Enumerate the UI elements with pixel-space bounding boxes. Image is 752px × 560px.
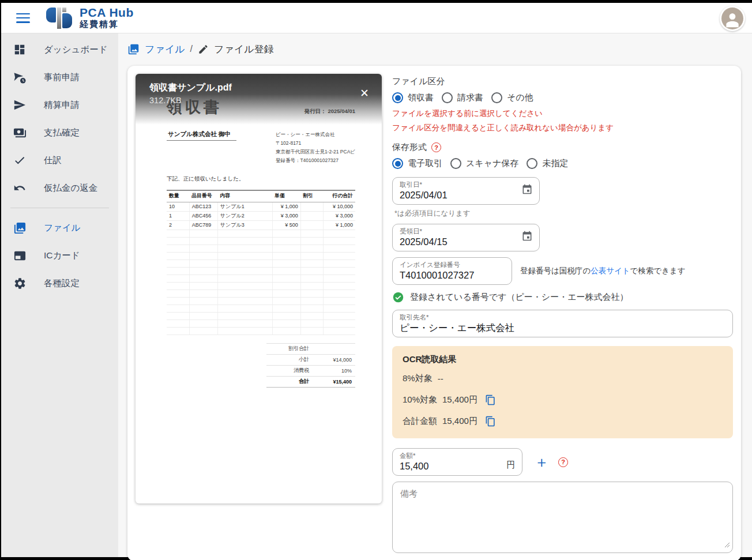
receipt-totals: 割引合計小計¥14,000消費税10%合計¥15,400 [266, 343, 355, 388]
sidebar-item-refund[interactable]: 仮払金の返金 [1, 174, 118, 202]
copy-icon[interactable] [485, 416, 496, 427]
app-title: PCA Hub [80, 6, 134, 19]
preview-filesize: 312.7KB [149, 96, 182, 105]
receipt-note: 下記、正に領収いたしました。 [167, 175, 355, 183]
warning-text-2: ファイル区分を間違えると正しく読み取れない場合があります [392, 122, 733, 134]
radio-unselected-icon [491, 92, 502, 103]
file-type-label: ファイル区分 [392, 76, 733, 87]
preview-filename: 領収書サンプル.pdf [149, 82, 232, 94]
ocr-line-8pct: 8%対象-- [403, 370, 723, 386]
warning-text-1: ファイルを選択する前に選択してください [392, 108, 733, 119]
menu-icon[interactable] [16, 13, 30, 23]
user-avatar[interactable] [720, 6, 745, 31]
radio-unselected-icon [527, 158, 537, 169]
radio-scanner[interactable]: スキャナ保存 [450, 158, 518, 169]
required-note: *は必須項目になります [394, 209, 733, 219]
gear-icon [13, 276, 27, 290]
save-format-row: 保存形式 ? [392, 142, 733, 153]
sidebar-item-settlement-request[interactable]: 精算申請 [1, 91, 118, 119]
app-subtitle: 経費精算 [80, 19, 134, 30]
sidebar-item-payment-confirm[interactable]: 支払確定 [1, 119, 118, 146]
save-format-label: 保存形式 [392, 142, 427, 153]
app-header: PCA Hub 経費精算 [1, 3, 752, 33]
radio-unspecified[interactable]: 未指定 [527, 158, 568, 169]
sidebar-item-ic-card[interactable]: ICカード [1, 242, 118, 269]
sidebar: ダッシュボード 事前申請 精算申請 支払確定 仕訳 仮払金の返金 [1, 33, 118, 557]
breadcrumb-current: ファイル登録 [214, 43, 274, 56]
breadcrumb: ファイル / ファイル登録 [127, 42, 752, 57]
close-icon[interactable]: ✕ [360, 88, 369, 99]
ocr-title: OCR読取結果 [403, 354, 723, 365]
add-amount-icon[interactable]: ＋ [534, 454, 549, 469]
help-icon[interactable]: ? [558, 457, 568, 467]
radio-other[interactable]: その他 [491, 92, 533, 103]
invoice-verified-text: 登録されている番号です（ピー・シー・エー株式会社） [410, 292, 629, 303]
person-icon [721, 7, 743, 29]
receipt-issue-date: 発行日： 2025/04/01 [304, 108, 355, 115]
save-format-radio-group: 電子取引 スキャナ保存 未指定 [392, 158, 733, 169]
receipt-issuer-block: ピー・シー・エー株式会社 〒102-8171 東京都千代田区富士見1-2-21 … [276, 130, 355, 165]
schedule-send-icon [13, 70, 27, 84]
undo-icon [13, 181, 27, 195]
ocr-line-10pct: 10%対象15,400円 [403, 392, 723, 408]
file-image-icon [127, 43, 140, 55]
breadcrumb-separator: / [190, 44, 193, 54]
radio-electronic[interactable]: 電子取引 [392, 158, 442, 169]
breadcrumb-parent[interactable]: ファイル [145, 43, 185, 56]
file-image-icon [13, 221, 27, 235]
radio-selected-icon [392, 92, 403, 103]
radio-selected-icon [392, 158, 403, 169]
vendor-name-field[interactable]: 取引先名* ピー・シー・エー株式会社 [392, 310, 733, 337]
sidebar-item-files[interactable]: ファイル [1, 214, 118, 242]
file-register-form: ファイル区分 領収書 請求書 その他 ファイルを選択する前に選択してください フ… [392, 74, 733, 553]
receipt-items-table: 数量 品目番号 内容 単価 割引 行の合計 10ABC123サンプル1¥ 1,0… [167, 190, 355, 335]
file-type-radio-group: 領収書 請求書 その他 [392, 92, 733, 103]
invoice-verified-row: 登録されている番号です（ピー・シー・エー株式会社） [392, 291, 733, 303]
amount-unit: 円 [506, 460, 515, 472]
receipt-addressee: サンプル株式会社 御中 [167, 130, 236, 141]
amount-field[interactable]: 金額* 15,400 円 [392, 448, 522, 476]
ocr-line-total: 合計金額15,400円 [403, 413, 723, 429]
calendar-icon[interactable] [521, 183, 533, 197]
memo-textarea[interactable]: 備考 [392, 482, 733, 553]
radio-unselected-icon [442, 92, 453, 103]
file-preview: 領収書サンプル.pdf 312.7KB ✕ 領収書 発行日： 2025/04/0… [136, 74, 382, 503]
calendar-icon[interactable] [521, 230, 533, 244]
resize-handle-icon[interactable] [724, 540, 730, 550]
sidebar-item-dashboard[interactable]: ダッシュボード [1, 36, 118, 63]
sidebar-item-advance-request[interactable]: 事前申請 [1, 63, 118, 91]
radio-receipt[interactable]: 領収書 [392, 92, 434, 103]
sidebar-item-settings[interactable]: 各種設定 [1, 269, 118, 297]
pca-logo-icon [46, 6, 74, 30]
radio-unselected-icon [450, 158, 461, 169]
payments-icon [13, 126, 27, 140]
check-circle-icon [392, 291, 404, 303]
radio-invoice[interactable]: 請求書 [442, 92, 483, 103]
sidebar-divider [10, 208, 109, 208]
receipt-date-field[interactable]: 受領日* 2025/04/15 [392, 224, 540, 251]
app-logo: PCA Hub 経費精算 [46, 6, 134, 30]
copy-icon[interactable] [485, 394, 496, 405]
ic-card-icon [13, 249, 27, 262]
main-content: ファイル / ファイル登録 領収書サンプル.pdf 312.7KB ✕ 領収書 … [118, 33, 752, 557]
edit-pencil-icon [198, 44, 209, 55]
check-icon [13, 153, 27, 167]
send-icon [13, 98, 27, 112]
ocr-result-box: OCR読取結果 8%対象-- 10%対象15,400円 合計金額15,400円 [392, 346, 733, 438]
sidebar-item-journal[interactable]: 仕訳 [1, 146, 118, 174]
invoice-number-field[interactable]: インボイス登録番号 T4010001027327 [392, 257, 512, 285]
receipt-document: 領収書 発行日： 2025/04/01 サンプル株式会社 御中 ピー・シー・エー… [136, 74, 382, 503]
dashboard-icon [13, 43, 27, 57]
help-icon[interactable]: ? [431, 142, 441, 152]
public-site-link[interactable]: 公表サイト [591, 266, 630, 275]
file-register-card: 領収書サンプル.pdf 312.7KB ✕ 領収書 発行日： 2025/04/0… [127, 66, 741, 560]
app-window: PCA Hub 経費精算 ダッシュボード 事前申請 精算申請 [1, 3, 752, 557]
transaction-date-field[interactable]: 取引日* 2025/04/01 [392, 177, 540, 205]
invoice-note: 登録番号は国税庁の公表サイトで検索できます [520, 266, 686, 276]
